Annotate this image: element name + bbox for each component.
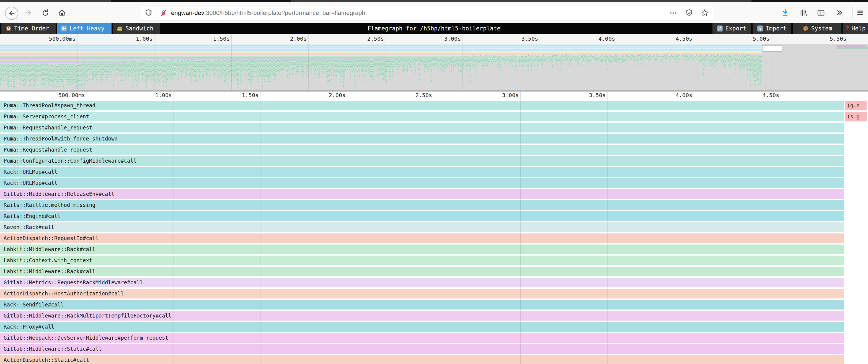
flame-frame[interactable]: Puma::Configuration::ConfigMiddleware#ca… — [0, 156, 844, 166]
flame-frame[interactable]: ActionDispatch::HostAuthorization#call — [0, 289, 844, 298]
ruler-tick-line — [174, 92, 174, 99]
tab-sandwich[interactable]: Sandwich — [113, 23, 160, 34]
flame-frame-label: ActionDispatch::RequestId#call — [0, 235, 98, 241]
flame-row: Gitlab::Webpack::DevServerMiddleware#per… — [0, 333, 868, 343]
flame-row: Gitlab::Middleware::ReleaseEnv#call — [0, 189, 868, 199]
ruler-tick-label: 500.00ms — [15, 34, 75, 44]
download-icon — [781, 8, 789, 17]
flame-row: Puma::Server#process_client(s…g — [0, 112, 868, 122]
ruler-tick-label: 1.00s — [92, 34, 153, 44]
ruler-tick-line — [520, 92, 521, 99]
export-button[interactable]: Export — [712, 23, 751, 34]
tab-time-order[interactable]: Time Order — [1, 23, 56, 34]
flame-frame[interactable]: Labkit::Middleware::Rack#call — [0, 267, 844, 276]
minimap-canvas[interactable] — [0, 44, 868, 90]
flame-frame[interactable]: Puma::Server#process_client — [0, 112, 844, 122]
overflow-menu-button[interactable] — [833, 7, 845, 19]
url-bar[interactable]: engwan-dev:3000/h5bp/html5-boilerplate?p… — [140, 6, 714, 20]
flame-row: Labkit::Middleware::Rack#call — [0, 267, 868, 276]
help-icon: ? — [845, 25, 849, 32]
flame-frame[interactable]: Labkit::Middleware::Rack#call — [0, 244, 844, 254]
ruler-tick-label: 1.00s — [111, 92, 172, 99]
flame-frame-gc[interactable]: (s…g — [845, 112, 867, 122]
flame-row: Rails::Engine#call — [0, 211, 868, 221]
ruler-tick-label: 4.50s — [718, 92, 779, 99]
import-icon — [757, 26, 763, 32]
flame-frame[interactable]: ActionDispatch::RequestId#call — [0, 233, 844, 243]
ruler-tick-line — [848, 34, 848, 44]
flame-frame-label: Labkit::Middleware::Rack#call — [0, 246, 95, 252]
flame-frame[interactable]: Puma::Request#handle_request — [0, 123, 844, 132]
flame-frame[interactable]: ActionDispatch::Static#call — [0, 355, 844, 364]
flame-frame[interactable]: Puma::ThreadPool#spawn_thread — [0, 101, 844, 110]
page-title: Flamegraph for /h5bp/html5-boilerplate — [368, 23, 500, 34]
ruler-tick-label: 3.00s — [400, 34, 461, 44]
flame-frame[interactable]: Rails::Railtie.method_missing — [0, 200, 844, 210]
url-host: engwan-dev — [171, 9, 204, 16]
toolbar-separator — [852, 7, 853, 18]
ruler-tick-label: 5.00s — [709, 34, 770, 44]
urlbar-separator — [156, 9, 156, 17]
bookmark-star-icon[interactable] — [701, 9, 709, 17]
insecure-lock-icon[interactable] — [159, 9, 168, 17]
ruler-tick-line — [694, 34, 694, 44]
flame-row: Puma::Request#handle_request — [0, 123, 868, 132]
flame-row: Rack::URLMap#call — [0, 178, 868, 188]
flame-frame[interactable]: Gitlab::Webpack::DevServerMiddleware#per… — [0, 333, 844, 343]
reload-button[interactable] — [39, 7, 52, 19]
ruler-tick-label: 4.00s — [631, 92, 692, 99]
button-label: System — [811, 25, 832, 32]
minimap-viewport[interactable] — [762, 45, 782, 52]
flame-frame[interactable]: Gitlab::Metrics::RequestsRackMiddleware#… — [0, 278, 844, 287]
flame-frame[interactable]: Puma::ThreadPool#with_force_shutdown — [0, 134, 844, 143]
flame-frame[interactable]: Labkit::Context.with_context — [0, 256, 844, 265]
url-text[interactable]: engwan-dev:3000/h5bp/html5-boilerplate?p… — [171, 6, 365, 20]
tab-left-heavy[interactable]: Left Heavy — [57, 23, 112, 34]
tracking-shield-icon[interactable] — [145, 9, 153, 17]
forward-button[interactable] — [23, 7, 35, 19]
back-button[interactable] — [5, 7, 18, 20]
flame-frame-label: Rack::Sendfile#call — [0, 301, 64, 307]
flame-row: Rack::URLMap#call — [0, 167, 868, 177]
help-button[interactable]: ? Help — [843, 23, 868, 34]
flame-frame[interactable]: Puma::Request#handle_request — [0, 145, 844, 155]
flame-frame[interactable]: Gitlab::Middleware::ReleaseEnv#call — [0, 189, 844, 199]
downloads-button[interactable] — [779, 7, 791, 19]
flame-row: Labkit::Middleware::Rack#call — [0, 244, 868, 254]
active-tab-edge — [111, 0, 290, 2]
flame-frame[interactable]: Rack::URLMap#call — [0, 178, 844, 188]
browser-tabstrip[interactable] — [0, 0, 868, 2]
flame-frame[interactable]: Rack::Proxy#call — [0, 322, 844, 332]
ruler-tick-line — [771, 34, 771, 44]
home-button[interactable] — [56, 7, 68, 19]
ruler-tick-line — [347, 92, 347, 99]
system-theme-button[interactable]: System — [793, 23, 841, 34]
tabstrip-segment — [751, 0, 868, 2]
flamegraph-view[interactable]: Puma::ThreadPool#spawn_thread(g…nPuma::S… — [0, 99, 868, 364]
flame-row: Gitlab::Metrics::RequestsRackMiddleware#… — [0, 278, 868, 287]
flame-frame-label: Rails::Engine#call — [0, 213, 61, 219]
import-button[interactable]: Import — [752, 23, 791, 34]
ruler-tick-line — [617, 34, 617, 44]
page-actions-icon[interactable] — [669, 9, 677, 17]
flame-frame[interactable]: Rack::Sendfile#call — [0, 300, 844, 309]
flame-row: Rails::Railtie.method_missing — [0, 200, 868, 210]
flame-frame-gc[interactable]: (g…n — [845, 101, 867, 110]
flame-frame[interactable]: Rack::URLMap#call — [0, 167, 844, 177]
flame-row: Labkit::Context.with_context — [0, 256, 868, 265]
flame-frame[interactable]: Rails::Engine#call — [0, 211, 844, 221]
sidebar-button[interactable] — [815, 7, 827, 19]
reload-icon — [41, 8, 50, 17]
flame-row: Puma::Request#handle_request — [0, 145, 868, 155]
speedscope-toolbar: Time Order Left Heavy Sandwich Flamegrap… — [0, 23, 868, 34]
flame-frame[interactable]: Raven::Rack#call — [0, 222, 844, 232]
sidebar-icon — [817, 8, 825, 17]
app-menu-button[interactable] — [854, 7, 866, 19]
flame-frame[interactable]: Gitlab::Middleware::Static#call — [0, 344, 844, 354]
minimap[interactable] — [0, 44, 868, 90]
library-button[interactable] — [797, 7, 809, 19]
protections-badge-icon[interactable] — [685, 9, 693, 17]
flame-frame[interactable]: Gitlab::Middleware::RackMultipartTempfil… — [0, 311, 844, 321]
ruler-tick-line — [308, 34, 309, 44]
flame-row: Gitlab::Middleware::Static#call — [0, 344, 868, 354]
